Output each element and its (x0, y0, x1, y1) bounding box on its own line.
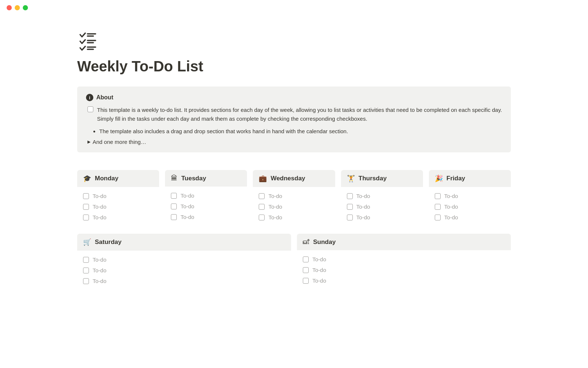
task-label-wednesday-1: To-do (268, 204, 282, 210)
day-card-thursday: 🏋ThursdayTo-doTo-doTo-do (341, 170, 423, 226)
page-title: Weekly To-Do List (77, 58, 511, 75)
day-header-saturday: 🛒Saturday (77, 234, 291, 251)
task-checkbox-monday-1[interactable] (83, 204, 89, 210)
task-checkbox-thursday-1[interactable] (347, 204, 353, 210)
task-label-thursday-0: To-do (356, 193, 370, 199)
callout-description-row: This template is a weekly to-do list. It… (87, 106, 502, 123)
task-label-sunday-2: To-do (312, 277, 326, 284)
traffic-light-green[interactable] (23, 5, 28, 10)
day-icon-sunday: 🛋 (303, 238, 309, 246)
task-item: To-do (83, 212, 153, 223)
task-label-tuesday-0: To-do (180, 192, 194, 199)
task-item: To-do (435, 191, 505, 201)
task-label-tuesday-2: To-do (180, 214, 194, 220)
task-item: To-do (435, 201, 505, 212)
days-grid-top: 🎓MondayTo-doTo-doTo-do🏛TuesdayTo-doTo-do… (77, 170, 511, 226)
main-content: Weekly To-Do List i About This template … (55, 15, 533, 305)
day-icon-saturday: 🛒 (83, 238, 91, 246)
task-checkbox-sunday-1[interactable] (303, 267, 309, 273)
day-tasks-tuesday: To-doTo-doTo-do (165, 187, 247, 226)
task-checkbox-tuesday-2[interactable] (171, 214, 177, 220)
task-item: To-do (347, 201, 417, 212)
day-icon-monday: 🎓 (83, 174, 91, 183)
day-name-friday: Friday (447, 175, 465, 182)
task-item: To-do (303, 275, 505, 286)
callout-header: i About (86, 94, 502, 101)
callout-checkbox[interactable] (87, 106, 93, 112)
task-checkbox-sunday-2[interactable] (303, 278, 309, 284)
task-checkbox-thursday-2[interactable] (347, 215, 353, 220)
task-item: To-do (303, 254, 505, 265)
task-label-saturday-0: To-do (93, 256, 107, 263)
day-card-monday: 🎓MondayTo-doTo-doTo-do (77, 170, 159, 226)
day-name-tuesday: Tuesday (181, 175, 206, 182)
task-checkbox-friday-1[interactable] (435, 204, 441, 210)
task-checkbox-thursday-0[interactable] (347, 193, 353, 199)
days-grid-bottom: 🛒SaturdayTo-doTo-doTo-do🛋SundayTo-doTo-d… (77, 234, 511, 290)
day-card-wednesday: 💼WednesdayTo-doTo-doTo-do (253, 170, 335, 226)
task-checkbox-sunday-0[interactable] (303, 256, 309, 262)
traffic-light-yellow[interactable] (15, 5, 20, 10)
day-name-wednesday: Wednesday (270, 175, 305, 182)
day-tasks-saturday: To-doTo-doTo-do (77, 251, 291, 290)
task-item: To-do (259, 191, 329, 201)
day-name-thursday: Thursday (359, 175, 387, 182)
task-item: To-do (83, 254, 285, 265)
day-name-saturday: Saturday (95, 238, 122, 246)
task-checkbox-saturday-0[interactable] (83, 257, 89, 263)
day-tasks-sunday: To-doTo-doTo-do (297, 250, 511, 290)
task-item: To-do (83, 265, 285, 276)
callout-toggle-label: And one more thing… (93, 139, 146, 145)
day-name-sunday: Sunday (313, 238, 336, 246)
task-checkbox-friday-0[interactable] (435, 193, 441, 199)
task-item: To-do (171, 190, 241, 201)
task-checkbox-monday-2[interactable] (83, 215, 89, 220)
task-label-wednesday-2: To-do (268, 214, 282, 220)
task-label-wednesday-0: To-do (268, 193, 282, 199)
info-icon: i (86, 94, 93, 101)
toggle-arrow-icon: ▶ (87, 139, 90, 144)
task-checkbox-saturday-2[interactable] (83, 278, 89, 284)
task-checkbox-monday-0[interactable] (83, 193, 89, 199)
task-item: To-do (171, 201, 241, 212)
task-label-tuesday-1: To-do (180, 203, 194, 209)
task-item: To-do (259, 201, 329, 212)
task-item: To-do (259, 212, 329, 223)
task-checkbox-tuesday-0[interactable] (171, 193, 177, 199)
task-checkbox-wednesday-1[interactable] (259, 204, 265, 210)
task-label-monday-1: To-do (93, 204, 107, 210)
day-tasks-friday: To-doTo-doTo-do (429, 187, 511, 226)
callout-description: This template is a weekly to-do list. It… (97, 106, 502, 123)
task-item: To-do (83, 191, 153, 201)
task-label-friday-2: To-do (444, 214, 458, 220)
callout-title: About (96, 94, 113, 101)
task-label-sunday-1: To-do (312, 267, 326, 273)
task-checkbox-wednesday-2[interactable] (259, 215, 265, 220)
task-label-thursday-2: To-do (356, 214, 370, 220)
day-icon-wednesday: 💼 (259, 174, 267, 183)
task-item: To-do (83, 201, 153, 212)
task-checkbox-saturday-1[interactable] (83, 268, 89, 273)
page-icon (77, 30, 511, 54)
task-label-saturday-2: To-do (93, 278, 107, 284)
task-item: To-do (435, 212, 505, 223)
callout-bullet-list: The template also includes a drag and dr… (93, 127, 502, 136)
day-header-wednesday: 💼Wednesday (253, 170, 335, 187)
task-checkbox-tuesday-1[interactable] (171, 204, 177, 209)
task-label-friday-0: To-do (444, 193, 458, 199)
day-card-saturday: 🛒SaturdayTo-doTo-doTo-do (77, 234, 291, 290)
day-card-friday: 🎉FridayTo-doTo-doTo-do (429, 170, 511, 226)
callout-toggle[interactable]: ▶ And one more thing… (87, 139, 502, 145)
day-name-monday: Monday (95, 175, 118, 182)
day-tasks-wednesday: To-doTo-doTo-do (253, 187, 335, 226)
traffic-light-red[interactable] (7, 5, 12, 10)
task-checkbox-friday-2[interactable] (435, 215, 441, 220)
task-item: To-do (347, 212, 417, 223)
day-header-friday: 🎉Friday (429, 170, 511, 187)
day-card-sunday: 🛋SundayTo-doTo-doTo-do (297, 234, 511, 290)
task-checkbox-wednesday-0[interactable] (259, 193, 265, 199)
day-tasks-monday: To-doTo-doTo-do (77, 187, 159, 226)
task-label-sunday-0: To-do (312, 256, 326, 262)
task-label-thursday-1: To-do (356, 204, 370, 210)
day-header-thursday: 🏋Thursday (341, 170, 423, 187)
